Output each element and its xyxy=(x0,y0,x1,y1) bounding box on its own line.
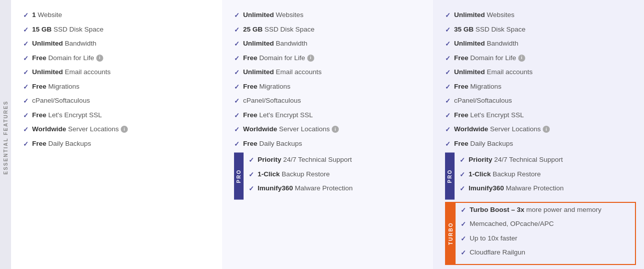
feature-bold: 1 xyxy=(32,11,36,19)
feature-bold: Free xyxy=(454,54,469,62)
feature-bold: Priority xyxy=(469,156,492,163)
info-icon[interactable]: i xyxy=(543,126,550,133)
feature-bold: Imunify360 xyxy=(469,184,504,192)
feature-text: Unlimited Email accounts xyxy=(454,67,533,77)
feature-text: Free Daily Backups xyxy=(454,139,513,149)
feature-text: Memcached, OPcache/APC xyxy=(470,219,554,229)
list-item: ✓Free Let's Encrypt SSL xyxy=(23,110,214,121)
check-icon: ✓ xyxy=(445,139,451,149)
feature-bold: Unlimited xyxy=(454,68,485,76)
feature-text: Priority 24/7 Technical Support xyxy=(469,155,563,165)
info-icon[interactable]: i xyxy=(518,55,525,62)
list-item: ✓35 GB SSD Disk Space xyxy=(445,25,636,35)
feature-text: cPanel/Softaculous xyxy=(454,96,512,106)
info-icon[interactable]: i xyxy=(121,126,128,133)
info-icon[interactable]: i xyxy=(332,126,339,133)
feature-text: Unlimited Websites xyxy=(243,10,304,20)
check-icon: ✓ xyxy=(234,125,240,135)
feature-bold: 35 GB xyxy=(454,26,474,33)
feature-bold: Free xyxy=(243,140,258,147)
list-item: ✓Free Let's Encrypt SSL xyxy=(445,110,636,121)
feature-bold: 15 GB xyxy=(32,26,52,33)
feature-text: 35 GB SSD Disk Space xyxy=(454,25,526,35)
check-icon: ✓ xyxy=(461,248,466,258)
feature-text: cPanel/Softaculous xyxy=(243,96,301,106)
feature-bold: 1-Click xyxy=(469,170,491,178)
feature-text: Cloudflare Railgun xyxy=(470,247,525,257)
feature-bold: Free xyxy=(243,83,258,90)
list-item: ✓Free Daily Backups xyxy=(23,139,214,149)
check-icon: ✓ xyxy=(23,111,29,121)
info-icon[interactable]: i xyxy=(307,55,314,62)
list-item: ✓Priority 24/7 Technical Support xyxy=(460,155,636,165)
check-icon: ✓ xyxy=(23,125,29,135)
pro-feature-list-2: ✓Priority 24/7 Technical Support✓1-Click… xyxy=(249,155,425,194)
feature-text: 25 GB SSD Disk Space xyxy=(243,25,315,35)
feature-bold: Unlimited xyxy=(243,40,274,47)
feature-text: cPanel/Softaculous xyxy=(32,96,90,106)
check-icon: ✓ xyxy=(234,25,240,35)
check-icon: ✓ xyxy=(460,184,465,194)
feature-text: Free Migrations xyxy=(32,82,80,92)
check-icon: ✓ xyxy=(234,11,240,21)
check-icon: ✓ xyxy=(445,96,451,106)
check-icon: ✓ xyxy=(249,155,254,165)
feature-bold: Free xyxy=(243,54,258,62)
list-item: ✓1-Click Backup Restore xyxy=(460,169,636,180)
list-item: ✓Unlimited Bandwidth xyxy=(23,39,214,49)
feature-bold: 25 GB xyxy=(243,26,263,33)
feature-text: Unlimited Email accounts xyxy=(32,67,111,77)
pro-features-3: ✓Priority 24/7 Technical Support✓1-Click… xyxy=(460,153,636,200)
list-item: ✓Free Domain for Lifei xyxy=(23,53,214,64)
feature-text: Free Let's Encrypt SSL xyxy=(243,110,313,120)
list-item: ✓Imunify360 Malware Protection xyxy=(460,183,636,194)
feature-bold: Unlimited xyxy=(32,40,63,47)
feature-bold: Free xyxy=(454,140,469,147)
feature-bold: 1-Click xyxy=(258,170,280,178)
check-icon: ✓ xyxy=(445,39,451,49)
list-item: ✓Free Daily Backups xyxy=(234,139,425,149)
list-item: ✓Free Migrations xyxy=(445,82,636,92)
check-icon: ✓ xyxy=(234,39,240,49)
feature-text: Worldwide Server Locationsi xyxy=(243,124,339,134)
list-item: ✓Free Domain for Lifei xyxy=(234,53,425,64)
check-icon: ✓ xyxy=(23,96,29,106)
plan-column-2: ✓Unlimited Websites✓25 GB SSD Disk Space… xyxy=(222,0,433,269)
check-icon: ✓ xyxy=(249,184,254,194)
feature-text: Priority 24/7 Technical Support xyxy=(258,155,352,165)
check-icon: ✓ xyxy=(249,170,254,180)
list-item: ✓Worldwide Server Locationsi xyxy=(23,124,214,135)
check-icon: ✓ xyxy=(234,139,240,149)
list-item: ✓Cloudflare Railgun xyxy=(461,247,635,258)
feature-text: Worldwide Server Locationsi xyxy=(32,124,128,134)
list-item: ✓Free Let's Encrypt SSL xyxy=(234,110,425,121)
plan-column-1: ✓1 Website✓15 GB SSD Disk Space✓Unlimite… xyxy=(11,0,222,269)
list-item: ✓Unlimited Bandwidth xyxy=(445,39,636,49)
list-item: ✓Free Domain for Lifei xyxy=(445,53,636,64)
pro-features-2: ✓Priority 24/7 Technical Support✓1-Click… xyxy=(249,153,425,200)
pro-section-2: PRO ✓Priority 24/7 Technical Support✓1-C… xyxy=(234,153,425,200)
feature-bold: Free xyxy=(32,83,47,90)
feature-list-3: ✓Unlimited Websites✓35 GB SSD Disk Space… xyxy=(445,10,636,149)
feature-text: Free Migrations xyxy=(454,82,502,92)
feature-text: Unlimited Bandwidth xyxy=(243,39,307,49)
feature-bold: Unlimited xyxy=(243,11,274,19)
check-icon: ✓ xyxy=(445,125,451,135)
check-icon: ✓ xyxy=(234,54,240,64)
check-icon: ✓ xyxy=(23,82,29,92)
feature-bold: Free xyxy=(32,140,47,147)
list-item: ✓Up to 10x faster xyxy=(461,233,635,244)
check-icon: ✓ xyxy=(445,111,451,121)
feature-text: Worldwide Server Locationsi xyxy=(454,124,550,134)
pro-section-3: PRO ✓Priority 24/7 Technical Support✓1-C… xyxy=(445,153,636,200)
info-icon[interactable]: i xyxy=(96,55,103,62)
feature-text: Imunify360 Malware Protection xyxy=(258,183,353,193)
turbo-features-3: ✓Turbo Boost – 3x more power and memory✓… xyxy=(461,203,635,264)
feature-bold: Unlimited xyxy=(32,68,63,76)
feature-list-1: ✓1 Website✓15 GB SSD Disk Space✓Unlimite… xyxy=(23,10,214,149)
check-icon: ✓ xyxy=(23,39,29,49)
side-label-wrapper: ESSENTIAL FEATURES xyxy=(0,0,11,269)
check-icon: ✓ xyxy=(445,68,451,78)
list-item: ✓Memcached, OPcache/APC xyxy=(461,219,635,229)
list-item: ✓15 GB SSD Disk Space xyxy=(23,25,214,35)
